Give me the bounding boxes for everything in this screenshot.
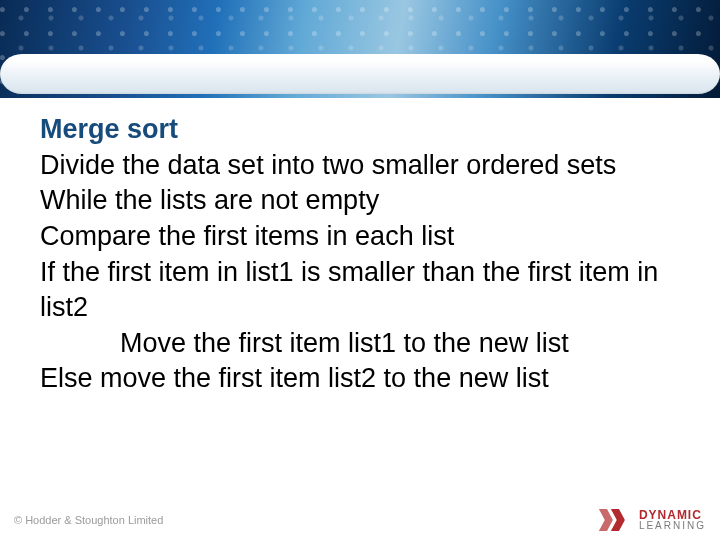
copyright-text: © Hodder & Stoughton Limited <box>14 514 163 526</box>
slide-title: Merge sort <box>40 112 680 148</box>
logo-text: DYNAMIC LEARNING <box>639 509 706 531</box>
body-line: Else move the first item list2 to the ne… <box>40 361 680 397</box>
banner <box>0 0 720 98</box>
logo-line-2: LEARNING <box>639 521 706 531</box>
body-line: While the lists are not empty <box>40 183 680 219</box>
banner-stripe <box>0 54 720 94</box>
dynamic-learning-logo: DYNAMIC LEARNING <box>599 507 706 533</box>
footer: © Hodder & Stoughton Limited DYNAMIC LEA… <box>0 500 720 540</box>
slide: Merge sort Divide the data set into two … <box>0 0 720 540</box>
content-body: Merge sort Divide the data set into two … <box>40 112 680 488</box>
body-line: Divide the data set into two smaller ord… <box>40 148 680 184</box>
body-line: Compare the first items in each list <box>40 219 680 255</box>
chevron-icon <box>599 507 633 533</box>
body-line-indented: Move the first item list1 to the new lis… <box>40 326 680 362</box>
body-line: If the first item in list1 is smaller th… <box>40 255 680 326</box>
